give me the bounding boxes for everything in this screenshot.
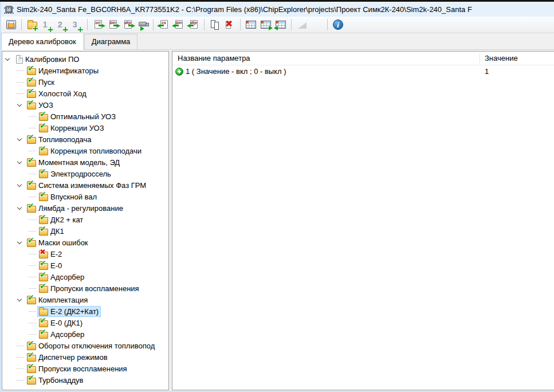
table-import-button[interactable] [273, 18, 288, 32]
folder-check-icon [39, 171, 48, 178]
tree-item-content[interactable]: Лямбда - регулирование [25, 203, 125, 214]
tree-item[interactable]: Турбонаддув [2, 374, 168, 386]
add-1-button[interactable]: 1+ [40, 18, 54, 32]
chevron-down-icon[interactable] [15, 294, 25, 305]
tree-item[interactable]: Калибровки ПО [2, 53, 168, 65]
tree-item-label: Адсорбер [50, 273, 84, 281]
chevron-down-icon[interactable] [15, 237, 25, 248]
tree-item[interactable]: Диспетчер режимов [2, 351, 168, 363]
tree-item[interactable]: ДК2 + кат [2, 214, 168, 225]
tree-item-content[interactable]: Пуск [25, 77, 57, 88]
tree-item-content[interactable]: Калибровки ПО [13, 54, 81, 65]
tree-item[interactable]: Пуск [2, 76, 168, 88]
tree-item-content[interactable]: Топливоподача [25, 134, 94, 145]
column-header-value[interactable]: Значение [485, 54, 518, 62]
import-cs-button[interactable]: cs [156, 18, 171, 32]
tree-item[interactable]: Впускной вал [2, 191, 168, 202]
tree-item[interactable]: Адсорбер [2, 328, 168, 340]
save-button[interactable] [3, 18, 18, 32]
plus-badge-icon: + [32, 24, 39, 32]
tree-item-content[interactable]: ДК2 + кат [37, 214, 85, 225]
import-bin-button[interactable]: bin [171, 18, 186, 32]
chevron-down-icon[interactable] [3, 53, 13, 65]
tree-item[interactable]: Лямбда - регулирование [2, 202, 168, 214]
export-usb-button[interactable] [135, 18, 150, 32]
table-export-button[interactable] [258, 18, 273, 32]
chevron-down-icon[interactable] [15, 179, 25, 191]
tree-item-content[interactable]: Моментная модель, ЭД [25, 157, 122, 168]
tree-item[interactable]: Маски ошибок [2, 237, 168, 248]
folder-check-icon [27, 137, 36, 144]
export-bin-button[interactable]: bin [105, 18, 120, 32]
tree-item-content[interactable]: Впускной вал [37, 191, 99, 202]
tab-calibration-tree[interactable]: Дерево калибровок [1, 33, 84, 50]
tree-item-content[interactable]: Электродроссель [37, 168, 113, 179]
tree-item-content[interactable]: E-0 [37, 260, 64, 271]
chevron-down-icon[interactable] [15, 202, 25, 214]
tree-item[interactable]: Пропуски воспламенения [2, 363, 168, 374]
folder-check-icon [27, 240, 36, 247]
tree-item[interactable]: Идентификаторы [2, 65, 168, 76]
add-2-button[interactable]: 2+ [54, 18, 69, 32]
tree-item[interactable]: Комплектация [2, 294, 168, 305]
tree-item[interactable]: Коррекции УОЗ [2, 122, 168, 134]
tree-item[interactable]: Пропуски воспламенения [2, 283, 168, 294]
tree-item-content[interactable]: Холостой Ход [25, 88, 89, 99]
export-ori-button[interactable]: ori [91, 18, 105, 32]
tree-item[interactable]: Холостой Ход [2, 88, 168, 99]
export-dtp-button[interactable]: dtp [120, 18, 135, 32]
add-3-button[interactable]: 3+ [69, 18, 84, 32]
compare-button[interactable] [207, 18, 222, 32]
tree-item-content[interactable]: Пропуски воспламенения [25, 363, 129, 374]
tree-item-content[interactable]: Идентификаторы [25, 65, 101, 76]
tree-item[interactable]: E-0 [2, 260, 168, 271]
tab-diagram[interactable]: Диаграмма [84, 34, 138, 49]
chart-button[interactable] [294, 18, 309, 32]
table-row[interactable]: 1 ( Значение - вкл ; 0 - выкл )1 [172, 65, 554, 77]
tree-item-selected-content[interactable]: E-2 (ДК2+Кат) [37, 306, 101, 317]
tree-item-content[interactable]: Турбонаддув [25, 375, 85, 386]
tree-item-content[interactable]: Коррекция топливоподачи [37, 146, 144, 156]
tree-item-content[interactable]: ДК1 [37, 226, 66, 237]
tree-item[interactable]: УОЗ [2, 99, 168, 111]
search-button[interactable] [309, 18, 324, 32]
tree-item-content[interactable]: Адсорбер [37, 329, 87, 340]
delete-button[interactable] [222, 18, 237, 32]
tree-item[interactable]: Топливоподача [2, 134, 168, 145]
tree-item-content[interactable]: Маски ошибок [25, 237, 91, 248]
column-header-parameter-name[interactable]: Название параметра [178, 54, 250, 62]
chevron-down-icon[interactable] [15, 99, 25, 111]
info-button[interactable] [331, 18, 345, 32]
import-dtp-button[interactable]: dtp [186, 18, 201, 32]
tree-item[interactable]: E-2 (ДК2+Кат) [2, 305, 168, 317]
tree-item[interactable]: Моментная модель, ЭД [2, 156, 168, 168]
table-view-button[interactable] [243, 18, 258, 32]
tree-item[interactable]: Электродроссель [2, 168, 168, 179]
tree-item[interactable]: Оптимальный УОЗ [2, 111, 168, 122]
tree-item-content[interactable]: Диспетчер режимов [25, 352, 110, 363]
tree-item[interactable]: E-0 (ДК1) [2, 317, 168, 328]
tree-item[interactable]: E-2 [2, 248, 168, 260]
tree-item-content[interactable]: Оптимальный УОЗ [37, 111, 118, 122]
chevron-down-icon[interactable] [15, 134, 25, 145]
tree-item-content[interactable]: Пропуски воспламенения [37, 283, 142, 294]
tree-item[interactable]: Адсорбер [2, 271, 168, 283]
folder-check-icon [39, 286, 48, 293]
column-separator[interactable] [480, 53, 480, 63]
folder-check-icon [27, 160, 36, 167]
tree-item-content[interactable]: E-0 (ДК1) [37, 317, 85, 328]
tree-item-content[interactable]: Система изменяемых Фаз ГРМ [25, 180, 148, 191]
tree-item[interactable]: Обороты отключения топливопод [2, 340, 168, 351]
tree-item-content[interactable]: E-2 [37, 249, 64, 260]
tree-item-content[interactable]: Обороты отключения топливопод [25, 340, 157, 351]
tree-item[interactable]: Система изменяемых Фаз ГРМ [2, 179, 168, 191]
add-folder-button[interactable]: + [25, 18, 40, 32]
tree-item[interactable]: Коррекция топливоподачи [2, 145, 168, 156]
tree-item-content[interactable]: Комплектация [25, 295, 90, 305]
tree-item-content[interactable]: УОЗ [25, 100, 56, 111]
tree-item-content[interactable]: Коррекции УОЗ [37, 123, 107, 134]
tree-item-content[interactable]: Адсорбер [37, 272, 87, 283]
folder-check-icon [27, 183, 36, 190]
chevron-down-icon[interactable] [15, 156, 25, 168]
tree-item[interactable]: ДК1 [2, 225, 168, 237]
